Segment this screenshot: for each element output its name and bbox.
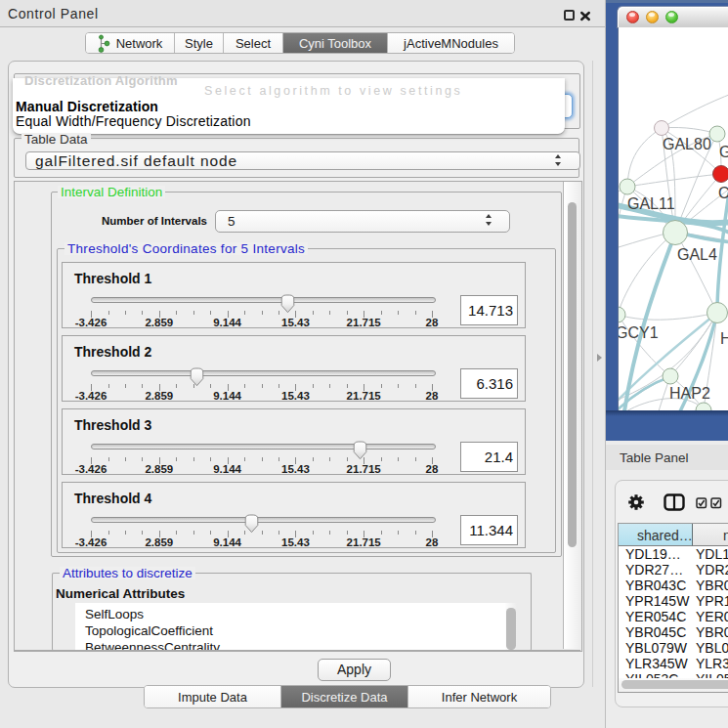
svg-text:GAL3: GAL3 (719, 144, 728, 160)
svg-text:GAL11: GAL11 (627, 195, 675, 212)
svg-text:HIS: HIS (720, 330, 728, 347)
svg-text:GCY1: GCY1 (619, 324, 659, 341)
svg-text:GAL80: GAL80 (663, 136, 711, 152)
svg-text:GAL4: GAL4 (677, 246, 717, 263)
svg-text:HAP2: HAP2 (669, 385, 710, 402)
svg-text:CYC: CYC (718, 185, 728, 201)
